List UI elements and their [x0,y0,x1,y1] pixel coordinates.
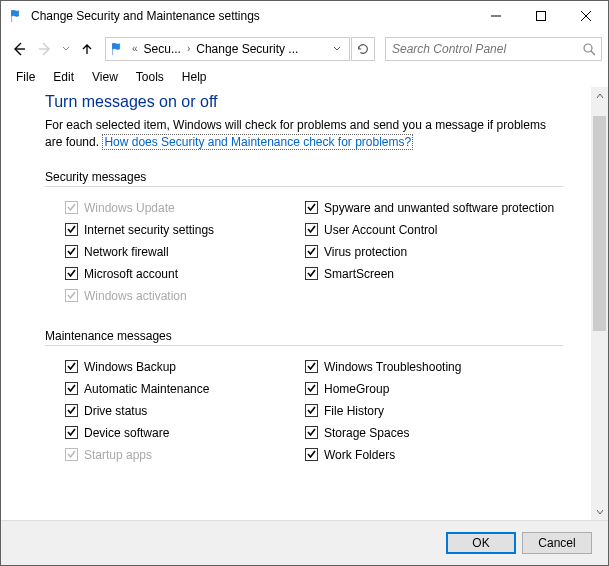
checkbox[interactable] [65,223,78,236]
page-title: Turn messages on or off [45,93,563,111]
security-section: Security messages Windows UpdateInternet… [45,170,563,307]
checkbox-label: Microsoft account [84,267,178,281]
svg-line-7 [591,51,595,55]
checkbox[interactable] [305,245,318,258]
checkbox-label: User Account Control [324,223,437,237]
svg-point-6 [584,44,592,52]
history-dropdown[interactable] [59,37,73,61]
checkbox-label: Windows Troubleshooting [324,360,461,374]
titlebar: Change Security and Maintenance settings [1,1,608,31]
section-title: Security messages [45,170,563,184]
search-input[interactable] [386,42,577,56]
checkbox-row[interactable]: Device software [65,422,305,444]
checkbox-row[interactable]: Network firewall [65,241,305,263]
checkbox[interactable] [65,404,78,417]
menu-file[interactable]: File [7,68,44,86]
menu-edit[interactable]: Edit [44,68,83,86]
checkbox-label: Drive status [84,404,147,418]
refresh-button[interactable] [351,37,375,61]
checkbox-row[interactable]: Microsoft account [65,263,305,285]
checkbox-label: Windows Backup [84,360,176,374]
breadcrumb-guillemet[interactable]: « [130,43,140,54]
checkbox-row[interactable]: User Account Control [305,219,563,241]
checkbox[interactable] [65,382,78,395]
checkbox[interactable] [305,448,318,461]
window-buttons [473,1,608,31]
maximize-button[interactable] [518,1,563,31]
checkbox[interactable] [305,426,318,439]
checkbox[interactable] [65,360,78,373]
checkbox-row[interactable]: Automatic Maintenance [65,378,305,400]
scroll-track[interactable] [591,104,608,503]
checkbox [65,201,78,214]
checkbox-row[interactable]: SmartScreen [305,263,563,285]
menu-tools[interactable]: Tools [127,68,173,86]
checkbox-label: Internet security settings [84,223,214,237]
address-dropdown[interactable] [329,42,345,56]
maintenance-section: Maintenance messages Windows BackupAutom… [45,329,563,466]
checkbox-row[interactable]: Windows Backup [65,356,305,378]
minimize-button[interactable] [473,1,518,31]
checkbox[interactable] [305,201,318,214]
checkbox-label: Network firewall [84,245,169,259]
close-button[interactable] [563,1,608,31]
menubar: File Edit View Tools Help [1,66,608,87]
navbar: « Secu... › Change Security ... [1,31,608,66]
back-button[interactable] [7,37,31,61]
scroll-up-arrow[interactable] [591,87,608,104]
up-button[interactable] [75,37,99,61]
menu-help[interactable]: Help [173,68,216,86]
checkbox-row[interactable]: Spyware and unwanted software protection [305,197,563,219]
checkbox-label: Device software [84,426,169,440]
flag-icon [9,8,25,24]
checkbox [65,448,78,461]
address-bar[interactable]: « Secu... › Change Security ... [105,37,350,61]
search-box[interactable] [385,37,602,61]
vertical-scrollbar[interactable] [591,87,608,520]
checkbox[interactable] [305,267,318,280]
checkbox[interactable] [65,245,78,258]
checkbox-label: Storage Spaces [324,426,409,440]
breadcrumb-item[interactable]: Change Security ... [196,42,298,56]
checkbox-label: Windows activation [84,289,187,303]
svg-rect-1 [536,12,545,21]
checkbox-label: File History [324,404,384,418]
section-title: Maintenance messages [45,329,563,343]
checkbox[interactable] [305,382,318,395]
checkbox-row[interactable]: HomeGroup [305,378,563,400]
checkbox[interactable] [305,223,318,236]
checkbox-row[interactable]: File History [305,400,563,422]
checkbox-label: Work Folders [324,448,395,462]
breadcrumb-item[interactable]: Secu... [144,42,181,56]
checkbox[interactable] [305,404,318,417]
checkbox-row[interactable]: Work Folders [305,444,563,466]
page-description: For each selected item, Windows will che… [45,117,563,152]
checkbox-row[interactable]: Virus protection [305,241,563,263]
checkbox-row[interactable]: Drive status [65,400,305,422]
checkbox-label: SmartScreen [324,267,394,281]
scroll-down-arrow[interactable] [591,503,608,520]
checkbox-row: Windows Update [65,197,305,219]
cancel-button[interactable]: Cancel [522,532,592,554]
checkbox-label: Windows Update [84,201,175,215]
checkbox-row: Windows activation [65,285,305,307]
checkbox-row[interactable]: Internet security settings [65,219,305,241]
dialog-footer: OK Cancel [1,520,608,565]
checkbox-row[interactable]: Storage Spaces [305,422,563,444]
help-link[interactable]: How does Security and Maintenance check … [102,134,413,150]
checkbox-label: Automatic Maintenance [84,382,209,396]
checkbox-label: Virus protection [324,245,407,259]
scroll-thumb[interactable] [593,116,606,331]
menu-view[interactable]: View [83,68,127,86]
search-icon[interactable] [577,42,601,56]
checkbox-row[interactable]: Windows Troubleshooting [305,356,563,378]
forward-button[interactable] [33,37,57,61]
ok-button[interactable]: OK [446,532,516,554]
checkbox[interactable] [65,267,78,280]
checkbox[interactable] [305,360,318,373]
checkbox[interactable] [65,426,78,439]
checkbox-label: Spyware and unwanted software protection [324,201,554,215]
checkbox-label: HomeGroup [324,382,389,396]
section-divider [45,186,563,187]
checkbox-label: Startup apps [84,448,152,462]
